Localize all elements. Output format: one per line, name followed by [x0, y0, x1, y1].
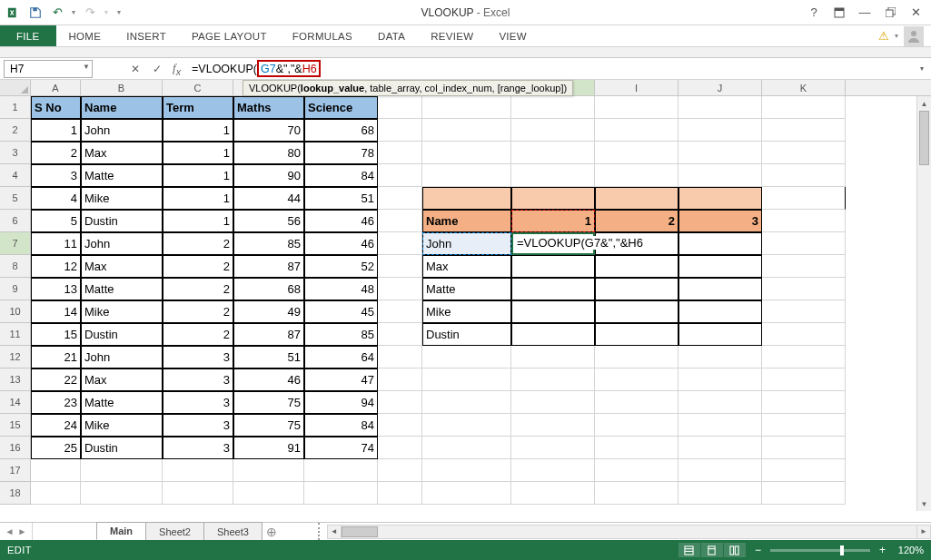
- scroll-left-icon[interactable]: ◄: [327, 525, 342, 539]
- row-header-3[interactable]: 3: [0, 142, 31, 164]
- cell-g12[interactable]: [422, 346, 511, 368]
- cell-j14[interactable]: [678, 391, 762, 414]
- cell-b6[interactable]: Dustin: [81, 210, 163, 232]
- cell-j1[interactable]: [678, 96, 762, 119]
- row-header-11[interactable]: 11: [0, 323, 31, 346]
- cell-b9[interactable]: Matte: [81, 278, 163, 300]
- zoom-slider-handle[interactable]: [840, 545, 844, 555]
- cell-d6[interactable]: 56: [233, 210, 304, 232]
- cell-c10[interactable]: 2: [163, 300, 233, 323]
- zoom-slider[interactable]: [770, 549, 870, 552]
- row-header-13[interactable]: 13: [0, 368, 31, 391]
- cell-a15[interactable]: 24: [31, 414, 81, 437]
- cell-h15[interactable]: [511, 414, 595, 437]
- tab-formulas[interactable]: FORMULAS: [280, 25, 365, 46]
- cell-a18[interactable]: [31, 482, 81, 505]
- cell-h14[interactable]: [511, 391, 595, 414]
- cell-i4[interactable]: [595, 164, 678, 187]
- cell-j15[interactable]: [678, 414, 762, 437]
- cell-k3[interactable]: [762, 142, 846, 164]
- cell-d10[interactable]: 49: [233, 300, 304, 323]
- cell-i5[interactable]: [595, 187, 678, 210]
- enter-formula-icon[interactable]: ✓: [147, 60, 167, 78]
- row-header-16[interactable]: 16: [0, 437, 31, 459]
- cell-d5[interactable]: 44: [233, 187, 304, 210]
- cell-a3[interactable]: 2: [31, 142, 81, 164]
- cell-e4[interactable]: 84: [304, 164, 378, 187]
- name-box[interactable]: ▼: [4, 60, 93, 78]
- row-header-14[interactable]: 14: [0, 391, 31, 414]
- cell-e16[interactable]: 74: [304, 437, 378, 459]
- scroll-down-icon[interactable]: ▼: [917, 496, 931, 511]
- col-header-i[interactable]: I: [595, 80, 678, 95]
- cell-c5[interactable]: 1: [163, 187, 233, 210]
- cell-c11[interactable]: 2: [163, 323, 233, 346]
- cell-e3[interactable]: 78: [304, 142, 378, 164]
- redo-icon[interactable]: ↷: [80, 3, 100, 23]
- cell-h18[interactable]: [511, 482, 595, 505]
- scroll-right-icon[interactable]: ►: [916, 525, 931, 539]
- cell-j17[interactable]: [678, 459, 762, 482]
- cell-k14[interactable]: [762, 391, 846, 414]
- cell-f8[interactable]: [378, 255, 422, 278]
- cell-b13[interactable]: Max: [81, 368, 163, 391]
- cell-j11[interactable]: [678, 323, 762, 346]
- cell-a12[interactable]: 21: [31, 346, 81, 368]
- tab-split-handle[interactable]: [318, 523, 322, 540]
- cell-f4[interactable]: [378, 164, 422, 187]
- cell-a16[interactable]: 25: [31, 437, 81, 459]
- cell-i16[interactable]: [595, 437, 678, 459]
- row-header-17[interactable]: 17: [0, 459, 31, 482]
- cell-d13[interactable]: 46: [233, 368, 304, 391]
- cell-j7[interactable]: [678, 232, 762, 255]
- cell-f9[interactable]: [378, 278, 422, 300]
- cell-k16[interactable]: [762, 437, 846, 459]
- sheet-tab-main[interactable]: Main: [96, 522, 146, 540]
- vscroll-thumb[interactable]: [919, 111, 929, 165]
- cell-c1[interactable]: Term: [163, 96, 233, 119]
- tab-data[interactable]: DATA: [365, 25, 418, 46]
- row-header-7[interactable]: 7: [0, 232, 31, 255]
- cell-k1[interactable]: [762, 96, 846, 119]
- tab-view[interactable]: VIEW: [486, 25, 540, 46]
- cell-d17[interactable]: [233, 459, 304, 482]
- cell-e12[interactable]: 64: [304, 346, 378, 368]
- cell-d15[interactable]: 75: [233, 414, 304, 437]
- cell-a5[interactable]: 4: [31, 187, 81, 210]
- cell-k2[interactable]: [762, 119, 846, 142]
- cell-d14[interactable]: 75: [233, 391, 304, 414]
- cell-h11[interactable]: [511, 323, 595, 346]
- cell-k6[interactable]: [762, 210, 846, 232]
- cell-g16[interactable]: [422, 437, 511, 459]
- col-header-b[interactable]: B: [81, 80, 163, 95]
- cell-c9[interactable]: 2: [163, 278, 233, 300]
- cell-f6[interactable]: [378, 210, 422, 232]
- cell-e15[interactable]: 84: [304, 414, 378, 437]
- cell-d8[interactable]: 87: [233, 255, 304, 278]
- save-icon[interactable]: [25, 3, 45, 23]
- cell-f12[interactable]: [378, 346, 422, 368]
- cell-c6[interactable]: 1: [163, 210, 233, 232]
- cell-j10[interactable]: [678, 300, 762, 323]
- cell-h10[interactable]: [511, 300, 595, 323]
- cell-b4[interactable]: Matte: [81, 164, 163, 187]
- cell-e9[interactable]: 48: [304, 278, 378, 300]
- cell-g8[interactable]: Max: [422, 255, 511, 278]
- cell-k10[interactable]: [762, 300, 846, 323]
- cell-k12[interactable]: [762, 346, 846, 368]
- cell-j4[interactable]: [678, 164, 762, 187]
- cell-f16[interactable]: [378, 437, 422, 459]
- cell-a2[interactable]: 1: [31, 119, 81, 142]
- cell-e7[interactable]: 46: [304, 232, 378, 255]
- cell-g17[interactable]: [422, 459, 511, 482]
- cell-k9[interactable]: [762, 278, 846, 300]
- row-header-15[interactable]: 15: [0, 414, 31, 437]
- cell-f7[interactable]: [378, 232, 422, 255]
- cell-h8[interactable]: [511, 255, 595, 278]
- select-all-cell[interactable]: [0, 80, 31, 95]
- zoom-percent[interactable]: 120%: [895, 545, 924, 555]
- cell-k15[interactable]: [762, 414, 846, 437]
- cell-j16[interactable]: [678, 437, 762, 459]
- cell-i11[interactable]: [595, 323, 678, 346]
- cell-j6[interactable]: 3: [678, 210, 762, 232]
